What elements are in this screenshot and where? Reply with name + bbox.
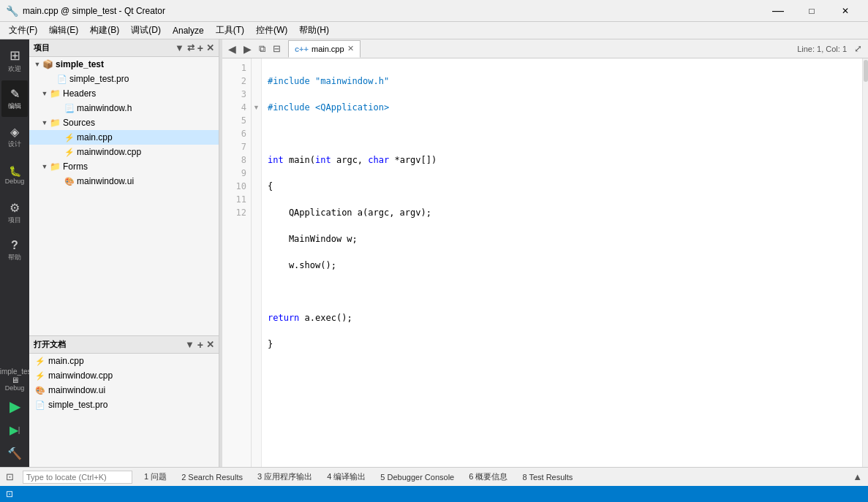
close-panel-icon[interactable]: ✕ [206,42,214,54]
left-panel: 项目 ▼ ⇄ + ✕ ▼ 📦 simple_test ▶ [29,39,219,467]
main-layout: ⊞ 欢迎 ✎ 编辑 ◈ 设计 🐛 Debug ⚙ 项目 ? 帮助 simple_… [0,39,868,467]
window-controls: — □ ✕ [761,0,862,22]
nav-close-button[interactable]: ⊟ [270,42,284,56]
doc-item-mainwindow-ui[interactable]: 🎨 mainwindow.ui [29,383,219,398]
nav-split-button[interactable]: ⧉ [256,42,268,56]
docs-close-icon[interactable]: ✕ [206,339,214,351]
tree-item-mainwindow-cpp[interactable]: ▶ ⚡ mainwindow.cpp [29,145,219,159]
docs-add-icon[interactable]: + [197,339,203,351]
menu-build[interactable]: 构建(B) [84,22,125,39]
menu-edit[interactable]: 编辑(E) [43,22,84,39]
tree-item-headers[interactable]: ▼ 📁 Headers [29,86,219,101]
tree-item-pro[interactable]: ▶ 📄 simple_test.pro [29,72,219,86]
minimize-button[interactable]: — [761,0,795,22]
bottom-tab-debugconsole[interactable]: 5 Debugger Console [377,471,457,483]
menu-tools[interactable]: 工具(T) [210,22,250,39]
sync-icon[interactable]: ⇄ [187,42,195,54]
bottom-tabs: ⊡ 1 问题 2 Search Results 3 应用程序输出 4 编译输出 … [0,467,868,486]
sidebar-build-button[interactable]: 🔨 [1,442,28,464]
tree-item-simple-test[interactable]: ▼ 📦 simple_test [29,57,219,72]
sidebar-run-button[interactable]: ▶ [1,395,28,417]
bottom-tab-issues[interactable]: 1 问题 [141,470,170,484]
bottom-toggle-icon[interactable]: ⊡ [6,471,14,482]
tab-cpp-icon: c++ [295,45,309,53]
project-tree-content: ▼ 📦 simple_test ▶ 📄 simple_test.pro ▼ 📁 … [29,57,219,335]
bottom-tab-test[interactable]: 8 Test Results [519,471,575,483]
tab-close-icon[interactable]: ✕ [347,44,354,53]
doc-item-mainwindow-cpp[interactable]: ⚡ mainwindow.cpp [29,368,219,383]
sidebar-debug-run-button[interactable]: ▶| [1,419,28,441]
maximize-button[interactable]: □ [795,0,829,22]
doc-item-main-cpp[interactable]: ⚡ main.cpp [29,354,219,368]
project-tree: 项目 ▼ ⇄ + ✕ ▼ 📦 simple_test ▶ [29,39,219,335]
code-editor: 1 2 3 4 5 6 7 8 9 10 11 12 ▼ [222,58,868,467]
sidebar-icon-edit[interactable]: ✎ 编辑 [1,80,28,117]
sidebar-icon-debug[interactable]: 🐛 Debug [1,156,28,193]
bottom-up-icon[interactable]: ▲ [853,471,862,482]
editor-expand-icon[interactable]: ⤢ [854,43,865,54]
editor-toolbar: ◀ ▶ ⧉ ⊟ c++ main.cpp ✕ Line: 1, Col: 1 ⤢ [222,39,868,58]
close-button[interactable]: ✕ [829,0,862,22]
tab-filename: main.cpp [312,45,344,53]
menu-help[interactable]: 帮助(H) [293,22,335,39]
bottom-tab-search[interactable]: 2 Search Results [178,471,246,483]
tree-item-mainwindow-ui[interactable]: ▶ 🎨 mainwindow.ui [29,174,219,189]
right-scrollbar[interactable] [862,58,868,467]
bottom-tab-compout[interactable]: 4 编译输出 [324,470,369,484]
locate-input[interactable] [23,471,132,484]
sidebar-icon-design[interactable]: ◈ 设计 [1,118,28,155]
project-tree-title: 项目 [34,42,50,53]
doc-item-simple-test-pro[interactable]: 📄 simple_test.pro [29,398,219,412]
tree-item-sources[interactable]: ▼ 📁 Sources [29,115,219,130]
tree-item-forms[interactable]: ▼ 📁 Forms [29,159,219,174]
open-docs-content: ⚡ main.cpp ⚡ mainwindow.cpp 🎨 mainwindow… [29,354,219,467]
tree-item-main-cpp[interactable]: ▶ ⚡ main.cpp [29,130,219,145]
bottom-tab-appout[interactable]: 3 应用程序输出 [254,470,315,484]
sidebar-icon-simple-test[interactable]: simple_test 🖥 Debug [1,365,28,394]
sidebar-icon-help[interactable]: ? 帮助 [1,232,28,269]
menubar: 文件(F) 编辑(E) 构建(B) 调试(D) Analyze 工具(T) 控件… [0,22,868,39]
title-text: main.cpp @ simple_test - Qt Creator [23,6,761,16]
bottom-tab-overview[interactable]: 6 概要信息 [466,470,510,484]
nav-forward-button[interactable]: ▶ [241,42,254,56]
editor-area: ◀ ▶ ⧉ ⊟ c++ main.cpp ✕ Line: 1, Col: 1 ⤢… [222,39,868,467]
menu-controls[interactable]: 控件(W) [250,22,293,39]
fold-column: ▼ [252,58,262,467]
editor-tab-main-cpp[interactable]: c++ main.cpp ✕ [288,40,361,58]
status-icon: ⊡ [6,489,13,499]
menu-analyze[interactable]: Analyze [167,22,210,39]
sidebar-icon-project[interactable]: ⚙ 项目 [1,194,28,231]
nav-back-button[interactable]: ◀ [225,42,239,56]
docs-filter-icon[interactable]: ▼ [185,339,195,351]
filter-icon[interactable]: ▼ [175,42,184,54]
code-content[interactable]: #include "mainwindow.h" #include <QAppli… [262,58,862,467]
editor-position: Line: 1, Col: 1 [797,45,853,53]
statusbar: ⊡ [0,486,868,502]
add-icon[interactable]: + [197,42,203,54]
menu-file[interactable]: 文件(F) [3,22,43,39]
menu-debug[interactable]: 调试(D) [125,22,167,39]
open-docs-panel: 打开文档 ▼ + ✕ ⚡ main.cpp ⚡ mainwindow.cpp 🎨 [29,335,219,467]
titlebar: 🔧 main.cpp @ simple_test - Qt Creator — … [0,0,868,22]
sidebar-icons: ⊞ 欢迎 ✎ 编辑 ◈ 设计 🐛 Debug ⚙ 项目 ? 帮助 simple_… [0,39,29,467]
open-docs-header: 打开文档 ▼ + ✕ [29,336,219,354]
title-icon: 🔧 [6,5,18,17]
line-numbers: 1 2 3 4 5 6 7 8 9 10 11 12 [222,58,252,467]
project-tree-header: 项目 ▼ ⇄ + ✕ [29,39,219,57]
sidebar-icon-welcome[interactable]: ⊞ 欢迎 [1,42,28,79]
tree-item-mainwindow-h[interactable]: ▶ 📃 mainwindow.h [29,101,219,115]
